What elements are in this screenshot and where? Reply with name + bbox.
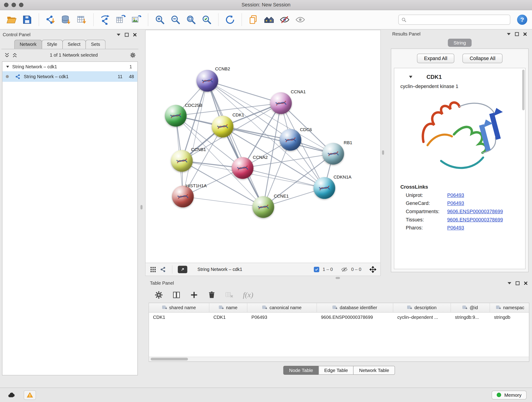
zoom-selected-button[interactable] <box>200 13 213 26</box>
table-header-row: shared namenamecanonical namedatabase id… <box>149 303 529 313</box>
show-all-networks-button[interactable] <box>262 13 276 26</box>
panel-menu-icon[interactable] <box>507 281 512 285</box>
tab-string[interactable]: String <box>448 39 472 47</box>
tab-network-table[interactable]: Network Table <box>353 366 395 375</box>
birds-eye-view-button[interactable] <box>178 266 187 273</box>
panel-menu-icon[interactable] <box>507 32 511 36</box>
column-header-description[interactable]: description <box>393 303 451 312</box>
crosslink-link[interactable]: P06493 <box>447 192 464 198</box>
column-header-database-identifier[interactable]: database identifier <box>317 303 393 312</box>
network-edge[interactable] <box>183 81 207 196</box>
search-field[interactable] <box>399 15 510 25</box>
column-header-canonical-name[interactable]: canonical name <box>247 303 317 312</box>
panel-menu-icon[interactable] <box>116 32 121 37</box>
collapse-all-button[interactable]: Collapse All <box>462 54 502 63</box>
network-edge[interactable] <box>207 81 263 207</box>
table-row[interactable]: CDK1CDK1P064939606.ENSP00000378699cyclin… <box>149 313 529 322</box>
network-node-ccna2[interactable] <box>232 157 253 179</box>
network-node-rb1[interactable] <box>322 143 344 165</box>
network-node-ccna1[interactable] <box>270 92 292 114</box>
network-canvas[interactable]: CCNB2CCNA1CDC25BCDK1CDC6RB1CCNB1CCNA2CDK… <box>146 30 380 263</box>
gear-icon[interactable] <box>155 291 163 299</box>
selected-checkbox-icon[interactable] <box>314 267 319 272</box>
node-table: shared namenamecanonical namedatabase id… <box>149 303 530 362</box>
warnings-button[interactable] <box>24 390 36 400</box>
network-collection-row[interactable]: String Network – cdk1 1 <box>2 62 137 71</box>
results-scrollbar[interactable] <box>522 70 525 110</box>
network-node-cdkn1a[interactable] <box>313 177 335 199</box>
expand-all-button[interactable]: Expand All <box>417 54 455 63</box>
column-header-shared-name[interactable]: shared name <box>149 303 209 312</box>
tab-select[interactable]: Select <box>62 40 86 49</box>
panel-close-icon[interactable] <box>523 32 527 36</box>
panel-close-icon[interactable] <box>524 281 528 285</box>
left-splitter-handle[interactable] <box>140 205 143 209</box>
export-table-button[interactable] <box>114 13 128 26</box>
apply-layout-button[interactable] <box>223 13 237 26</box>
panel-close-icon[interactable] <box>133 32 137 37</box>
network-edge[interactable] <box>183 196 263 207</box>
horizontal-splitter-handle[interactable] <box>336 277 340 279</box>
select-columns-icon[interactable] <box>172 291 181 299</box>
save-session-button[interactable] <box>20 13 34 26</box>
disclosure-triangle-icon[interactable] <box>409 75 413 79</box>
memory-button[interactable]: Memory <box>492 390 526 400</box>
tab-style[interactable]: Style <box>41 40 63 49</box>
open-session-button[interactable] <box>5 13 18 26</box>
help-button[interactable]: ? <box>517 15 527 25</box>
new-network-button[interactable] <box>98 13 112 26</box>
hide-selected-button[interactable] <box>278 13 291 26</box>
arrow-up-right-icon <box>180 267 185 272</box>
zoom-in-button[interactable] <box>153 13 167 26</box>
network-node-cdc6[interactable] <box>279 129 301 151</box>
network-node-ccne1[interactable] <box>253 196 274 218</box>
crosslink-link[interactable]: P06493 <box>447 225 464 230</box>
crosslink-link[interactable]: 9606.ENSP00000378699 <box>447 217 503 222</box>
crosslink-link[interactable]: 9606.ENSP00000378699 <box>447 209 503 214</box>
copy-style-button[interactable] <box>247 13 260 26</box>
network-edge[interactable] <box>207 81 281 103</box>
tab-network[interactable]: Network <box>14 40 42 49</box>
expand-all-icon[interactable] <box>12 52 18 58</box>
network-node-hist1h1a[interactable] <box>172 186 194 207</box>
disclosure-triangle-icon[interactable] <box>6 65 9 68</box>
import-network-database-button[interactable] <box>59 13 73 26</box>
copy-document-icon <box>248 15 259 25</box>
panel-float-icon[interactable] <box>515 32 519 36</box>
network-row-selected[interactable]: String Network – cdk1 11 48 <box>2 71 137 82</box>
tab-node-table[interactable]: Node Table <box>283 366 319 375</box>
crosslink-link[interactable]: P06493 <box>447 201 464 206</box>
tab-edge-table[interactable]: Edge Table <box>318 366 354 375</box>
cloud-status-button[interactable] <box>6 390 18 400</box>
network-import-icon <box>45 15 56 25</box>
search-input[interactable] <box>409 17 507 23</box>
panel-float-icon[interactable] <box>515 281 520 285</box>
column-header-namespac[interactable]: namespac <box>490 303 529 312</box>
import-network-file-button[interactable] <box>44 13 57 26</box>
collapse-all-icon[interactable] <box>4 52 10 58</box>
add-column-icon[interactable] <box>190 291 198 299</box>
network-node-ccnb1[interactable] <box>171 150 193 172</box>
export-image-button[interactable] <box>130 13 143 26</box>
zoom-out-button[interactable] <box>169 13 182 26</box>
network-node-ccnb2[interactable] <box>196 70 218 92</box>
crosslink-row: Pharos:P06493 <box>406 225 520 230</box>
gear-icon[interactable] <box>130 52 136 58</box>
network-tab-icon[interactable] <box>160 266 167 273</box>
tab-sets[interactable]: Sets <box>85 40 105 49</box>
network-node-cdk1[interactable] <box>212 116 234 138</box>
right-splitter-handle[interactable] <box>382 150 384 155</box>
scrollbar-thumb[interactable] <box>151 358 188 361</box>
column-header--id[interactable]: @id <box>451 303 490 312</box>
panel-float-icon[interactable] <box>124 32 129 37</box>
column-header-name[interactable]: name <box>209 303 247 312</box>
zoom-fit-button[interactable] <box>184 13 198 26</box>
zoom-fit-icon <box>186 15 196 25</box>
grid-view-icon[interactable] <box>150 266 157 273</box>
delete-column-icon[interactable] <box>208 291 216 299</box>
import-table-button[interactable] <box>75 13 89 26</box>
table-horizontal-scrollbar[interactable] <box>149 357 529 361</box>
pan-crosshair-icon[interactable] <box>370 266 376 273</box>
show-hidden-button[interactable] <box>293 13 307 26</box>
network-node-cdc25b[interactable] <box>165 105 187 127</box>
